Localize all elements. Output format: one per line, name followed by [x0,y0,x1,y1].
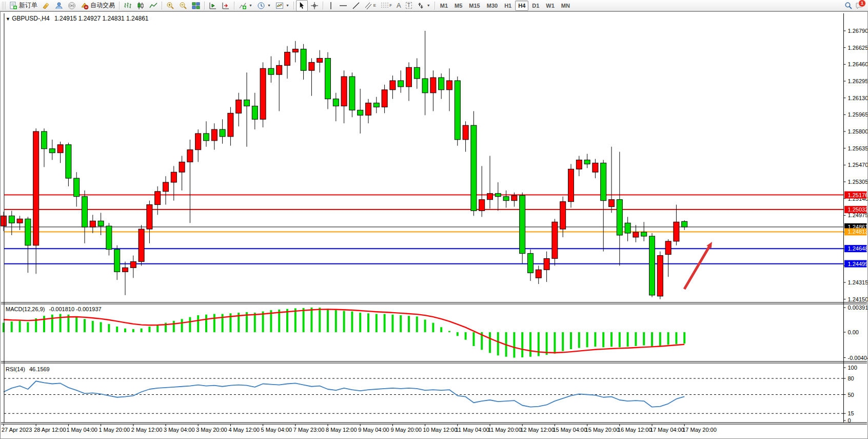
candle [657,252,663,299]
periods-button[interactable]: ▼ [255,0,273,11]
text-tool[interactable]: A [394,0,403,11]
tf-m15[interactable]: M15 [466,1,483,11]
time-axis-label: 17 May 20:00 [682,427,717,433]
indicators-button[interactable]: ▼ [236,0,254,11]
candle [471,111,477,216]
time-axis-label: 4 May 12:00 [228,427,260,433]
vertical-line-tool[interactable] [325,0,337,11]
templates-button[interactable]: ▼ [273,0,291,11]
tf-d1[interactable]: D1 [529,1,542,11]
tf-m30[interactable]: M30 [484,1,501,11]
vertical-line-icon [327,2,334,10]
crosshair-icon [310,2,319,10]
tile-windows-icon [192,2,200,10]
trendline-tool[interactable] [350,0,362,11]
ohlc-values: 1.24915 1.24927 1.24831 1.24861 [54,15,149,22]
chart-wizard-button[interactable] [40,0,52,11]
time-axis-label: 16 May 12:00 [618,427,652,433]
wizard-hat-icon [42,2,50,10]
tf-h1[interactable]: H1 [501,1,515,11]
price-tag: 1.24648 [844,245,867,252]
time-axis-label: 10 May 12:00 [423,427,458,433]
auto-trading-label: 自动交易 [90,1,115,10]
profile-button[interactable] [53,0,65,11]
new-order-button[interactable]: 新订单 [7,0,40,11]
candlestick-chart-icon [136,2,145,10]
macd-header: MACD(12,26,9) -0.001810 -0.001937 [6,306,102,312]
horizontal-line-icon [339,2,347,10]
time-axis-label: 11 May 20:00 [488,427,522,433]
zoom-out-button[interactable] [177,0,189,11]
search-button[interactable] [842,0,855,11]
signal-button[interactable] [66,0,78,11]
crosshair-tool-button[interactable] [308,0,321,11]
time-axis-label: 5 May 04:00 [261,427,292,433]
price-axis-label: 1.26130 [848,95,868,101]
zoom-out-icon [179,2,187,10]
rsi-axis-label: 80 [848,375,854,381]
toolbar-separator [234,2,234,10]
price-axis-label: 1.24975 [848,212,868,218]
chart-shift-button[interactable] [220,0,232,11]
price-axis-label: 1.25800 [848,128,868,135]
tf-m1[interactable]: M1 [437,1,451,11]
rsi-axis-label: 0 [848,417,851,424]
price-axis-label: 1.26790 [848,28,868,34]
text-label-tool[interactable]: T [404,0,414,11]
price-tag-label: 1.24648 [848,245,868,252]
chart-window[interactable]: ▼ GBPUSD-,H4 1.24915 1.24927 1.24831 1.2… [0,11,868,439]
price-tag-label: 1.25032 [848,206,868,213]
search-icon [844,2,853,10]
candlestick-chart-button[interactable] [134,0,147,11]
arrows-tool[interactable]: ▼ [415,0,432,11]
new-order-icon [9,2,17,10]
toolbar-grip[interactable] [2,2,6,10]
time-axis-label: 1 May 20:00 [99,427,130,433]
tile-windows-button[interactable] [190,0,202,11]
fibonacci-tool[interactable]: F [379,0,394,11]
notifications-button[interactable]: 1 [855,2,864,10]
text-label-glyph: T [406,2,412,9]
chart-canvas[interactable]: 1.267901.266251.264601.262951.261301.259… [1,12,867,438]
chart-shift-icon [222,2,230,10]
candle [139,225,144,265]
symbol-dropdown-icon[interactable]: ▼ [6,16,10,22]
chevron-down-icon: ▼ [267,4,271,7]
chevron-down-icon: ▼ [286,4,289,7]
candle [649,233,655,297]
cursor-tool-button[interactable] [296,0,308,11]
toolbar-separator [323,2,323,10]
auto-scroll-button[interactable] [207,0,219,11]
new-order-label: 新订单 [19,1,37,10]
trendline-icon [352,2,360,10]
toolbar-separator [293,2,294,10]
main-toolbar: 新订单 自动交易 ▼ [0,0,868,11]
time-axis-label: 1 May 04:00 [66,427,97,433]
channel-tool[interactable]: E [363,0,378,11]
time-axis-label: 7 May 23:00 [293,427,325,433]
bar-chart-icon [124,2,132,10]
toolbar-separator [119,2,120,10]
bar-chart-button[interactable] [122,0,134,11]
text-tool-label: A [397,2,401,9]
fibonacci-icon [381,2,389,10]
time-axis-label: 8 May 12:00 [326,427,357,433]
price-axis-label: 1.25635 [848,145,868,151]
tf-h4-active[interactable]: H4 [515,1,528,11]
price-axis-label: 1.25965 [848,111,868,118]
fibonacci-letter: F [389,3,392,8]
macd-axis-label: 0.00 [848,329,859,335]
time-axis-label: 15 May 20:00 [585,427,620,433]
price-axis-label: 1.25470 [848,162,868,168]
price-axis-label: 1.24315 [848,279,868,285]
tf-mn[interactable]: MN [558,1,573,11]
chevron-down-icon: ▼ [427,4,430,7]
zoom-in-button[interactable] [164,0,176,11]
tf-w1[interactable]: W1 [543,1,558,11]
candle [260,62,266,127]
horizontal-line-tool[interactable] [337,0,349,11]
tf-m5[interactable]: M5 [451,1,465,11]
macd-label: MACD(12,26,9) [6,306,45,312]
line-chart-button[interactable] [147,0,160,11]
auto-trading-button[interactable]: 自动交易 [78,0,117,11]
